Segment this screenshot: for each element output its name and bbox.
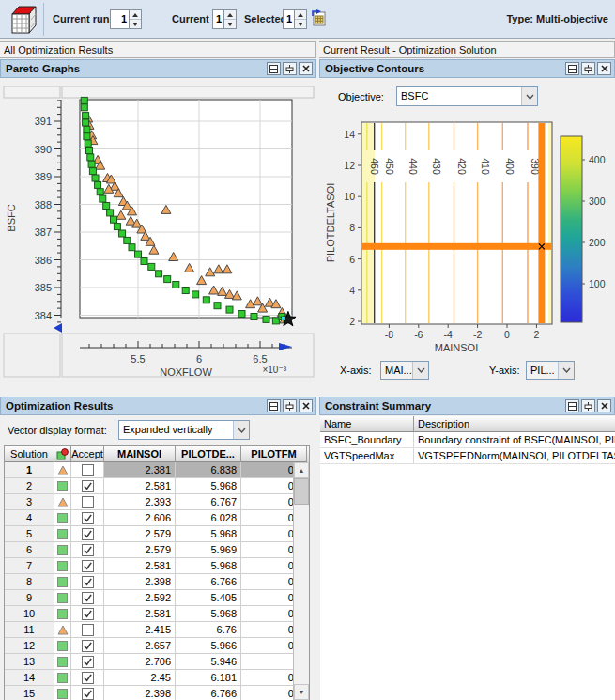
table-row[interactable]: 112.4156.760.0 [5, 622, 309, 638]
column-header-flag[interactable] [54, 446, 71, 462]
contour-chart[interactable]: 4604504404304204104003902468101214-8-6-4… [319, 107, 615, 357]
selected-spinner[interactable]: 1 [283, 9, 307, 29]
table-row[interactable]: 152.3986.7660.0 [5, 686, 309, 700]
solution-number-cell[interactable]: 7 [5, 558, 54, 574]
dock-icon[interactable] [283, 62, 297, 75]
svg-text:400: 400 [504, 158, 515, 175]
accept-cell [71, 654, 104, 670]
table-row[interactable]: 62.5795.9690.0 [5, 542, 309, 558]
accept-checkbox[interactable] [82, 640, 94, 652]
selected-value[interactable]: 1 [284, 10, 294, 28]
constraint-row[interactable]: VGTSpeedMaxVGTSPEEDNorm(MAINSOI, PILOTDE… [320, 448, 615, 464]
table-row[interactable]: 52.5795.9680.0 [5, 526, 309, 542]
accept-checkbox[interactable] [82, 544, 94, 556]
solution-number-cell[interactable]: 5 [5, 526, 54, 542]
table-row[interactable]: 132.7065.9460 [5, 654, 309, 670]
column-header-solution[interactable]: Solution [5, 446, 54, 462]
table-row[interactable]: 22.5815.9680.0 [5, 478, 309, 494]
accept-checkbox[interactable] [82, 512, 94, 524]
accept-checkbox[interactable] [82, 656, 94, 668]
xaxis-dropdown-value: MAI... [381, 362, 412, 379]
table-row[interactable]: 142.456.1810.0 [5, 670, 309, 686]
column-header-pilotfm[interactable]: PILOTFM [241, 446, 307, 462]
solution-number-cell[interactable]: 8 [5, 574, 54, 590]
table-row[interactable]: 122.6575.9660.0 [5, 638, 309, 654]
scroll-down-button[interactable]: ▼ [294, 684, 309, 700]
vertical-scrollbar[interactable]: ▲ ▼ [293, 462, 309, 700]
spin-down-button[interactable] [130, 20, 141, 28]
table-row[interactable]: 82.3986.7660.0 [5, 574, 309, 590]
solution-number-cell[interactable]: 11 [5, 622, 54, 638]
accept-checkbox[interactable] [82, 608, 94, 620]
accept-checkbox[interactable] [82, 480, 94, 492]
accept-solution-icon[interactable] [311, 8, 327, 29]
current-spinner[interactable]: 1 [212, 9, 237, 29]
right-pane-header: Current Result - Optimization Solution [319, 41, 615, 58]
close-icon[interactable] [597, 62, 611, 75]
solution-number-cell[interactable]: 2 [5, 478, 54, 494]
close-icon[interactable] [597, 399, 611, 412]
accept-cell [71, 686, 104, 700]
spin-down-button[interactable] [224, 20, 236, 28]
accept-checkbox[interactable] [82, 464, 94, 476]
dock-icon[interactable] [581, 399, 595, 412]
pareto-flag-icon [54, 654, 71, 670]
accept-checkbox[interactable] [82, 560, 94, 572]
scrollbar-thumb[interactable] [294, 478, 309, 505]
column-header-mainsoi[interactable]: MAINSOI [104, 446, 176, 462]
solution-number-cell[interactable]: 15 [5, 686, 54, 700]
solution-number-cell[interactable]: 10 [5, 606, 54, 622]
accept-checkbox[interactable] [82, 672, 94, 684]
mainsoi-cell: 2.398 [104, 686, 176, 700]
current-value[interactable]: 1 [213, 10, 223, 28]
xaxis-dropdown[interactable]: MAI... [380, 361, 429, 380]
solution-number-cell[interactable]: 4 [5, 510, 54, 526]
mainsoi-cell: 2.579 [104, 542, 176, 558]
accept-checkbox[interactable] [82, 496, 94, 508]
table-row[interactable]: 32.3936.7670.0 [5, 494, 309, 510]
spin-up-button[interactable] [130, 10, 141, 20]
accept-checkbox[interactable] [82, 576, 94, 588]
yaxis-label: Y-axis: [489, 365, 520, 376]
spin-up-button[interactable] [295, 10, 306, 20]
vector-display-format-dropdown[interactable]: Expanded vertically [118, 420, 250, 440]
split-icon[interactable] [565, 62, 579, 75]
constraint-row[interactable]: BSFC_BoundaryBoundary constraint of BSFC… [320, 432, 615, 448]
scroll-up-button[interactable]: ▲ [294, 462, 309, 478]
accept-checkbox[interactable] [82, 624, 94, 636]
split-icon[interactable] [565, 399, 579, 412]
table-row[interactable]: 12.3816.8380.0 [5, 462, 309, 478]
yaxis-dropdown[interactable]: PIL... [526, 361, 575, 380]
solution-number-cell[interactable]: 3 [5, 494, 54, 510]
dock-icon[interactable] [283, 399, 297, 412]
close-icon[interactable] [299, 62, 313, 75]
solution-number-cell[interactable]: 12 [5, 638, 54, 654]
table-row[interactable]: 42.6066.0280.1 [5, 510, 309, 526]
table-row[interactable]: 92.5925.4050.1 [5, 590, 309, 606]
table-row[interactable]: 102.5815.9680.0 [5, 606, 309, 622]
mainsoi-cell: 2.581 [104, 606, 176, 622]
accept-checkbox[interactable] [82, 592, 94, 604]
current-run-value[interactable]: 1 [111, 10, 129, 28]
solution-number-cell[interactable]: 6 [5, 542, 54, 558]
column-header-pilotde[interactable]: PILOTDE... [176, 446, 241, 462]
accept-checkbox[interactable] [82, 688, 94, 700]
split-icon[interactable] [267, 62, 281, 75]
column-header-accept[interactable]: Accept [71, 446, 104, 462]
solution-number-cell[interactable]: 9 [5, 590, 54, 606]
split-icon[interactable] [267, 399, 281, 412]
solution-number-cell[interactable]: 1 [5, 462, 54, 478]
close-icon[interactable] [299, 399, 313, 412]
toolbar-separator [43, 3, 44, 36]
dock-icon[interactable] [581, 62, 595, 75]
spin-down-button[interactable] [295, 20, 306, 28]
objective-dropdown[interactable]: BSFC [396, 86, 538, 106]
current-run-spinner[interactable]: 1 [110, 9, 142, 29]
pareto-chart[interactable]: 384385386387388389390391BSFC5.566.5NOXFL… [0, 78, 316, 393]
dominated-flag-icon [54, 494, 71, 510]
solution-number-cell[interactable]: 13 [5, 654, 54, 670]
spin-up-button[interactable] [224, 10, 236, 20]
accept-checkbox[interactable] [82, 528, 94, 540]
table-row[interactable]: 72.5815.9680.0 [5, 558, 309, 574]
solution-number-cell[interactable]: 14 [5, 670, 54, 686]
